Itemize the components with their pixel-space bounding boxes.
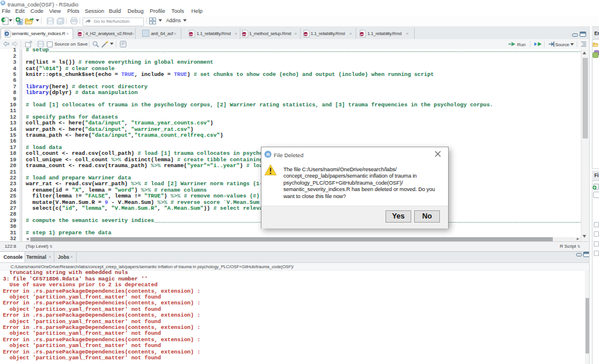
svg-text:md: md — [243, 33, 246, 36]
svg-text:md: md — [304, 33, 308, 36]
svg-text:md: md — [78, 33, 82, 36]
svg-text:md: md — [190, 33, 193, 36]
svg-text:md: md — [360, 33, 364, 36]
svg-text:R: R — [6, 32, 8, 36]
